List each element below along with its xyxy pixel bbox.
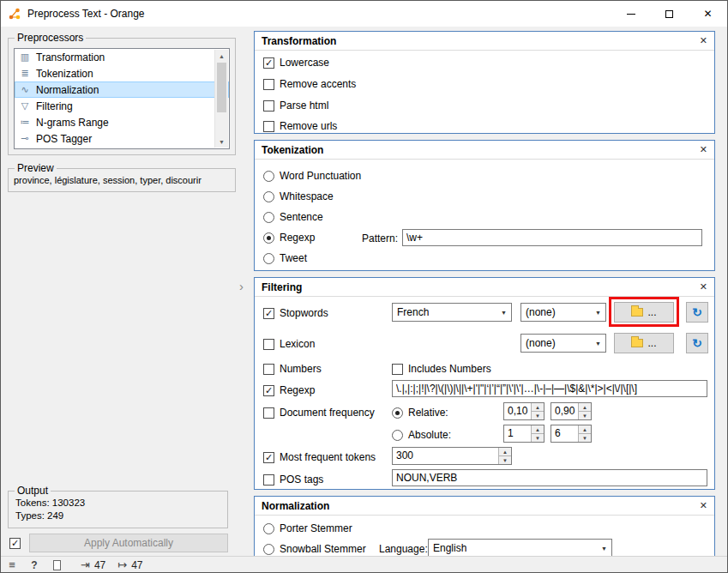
spin-up-button[interactable] (499, 448, 511, 455)
lowercase-option[interactable]: Lowercase (263, 55, 329, 70)
tweet-radio[interactable] (263, 253, 274, 264)
pos-tags-option[interactable]: POS tags (263, 472, 323, 487)
pos-tags-checkbox[interactable] (263, 474, 274, 486)
porter-stemmer-option[interactable]: Porter Stemmer (263, 521, 352, 536)
scrollbar-up-arrow[interactable]: ▲ (215, 50, 228, 62)
remove-urls-checkbox[interactable] (263, 121, 274, 132)
relative-min-spinbox[interactable]: 0,10 (503, 402, 544, 420)
normalization-close-icon[interactable]: ✕ (700, 500, 707, 511)
lexicon-browse-button[interactable]: ... (614, 333, 674, 353)
includes-numbers-checkbox[interactable] (392, 364, 403, 375)
spin-down-button[interactable] (532, 411, 544, 419)
folder-icon (631, 308, 643, 317)
spin-down-button[interactable] (532, 433, 544, 442)
splitter-handle[interactable]: › (239, 279, 244, 293)
regexp-option[interactable]: Regexp (263, 230, 315, 245)
lexicon-option[interactable]: Lexicon (263, 336, 315, 352)
output-count: 47 (131, 559, 142, 571)
tokenization-close-icon[interactable]: ✕ (700, 144, 707, 155)
stopwords-language-select[interactable]: French (392, 303, 512, 322)
spin-down-button[interactable] (499, 455, 511, 464)
preprocessor-item-ngrams-range[interactable]: ≔ N-grams Range (15, 114, 229, 130)
document-frequency-checkbox[interactable] (263, 407, 274, 419)
close-button[interactable]: ✕ (689, 1, 727, 27)
includes-numbers-label: Includes Numbers (408, 363, 491, 375)
absolute-option[interactable]: Absolute: (392, 427, 451, 443)
filtering-close-icon[interactable]: ✕ (700, 281, 707, 293)
relative-option[interactable]: Relative: (392, 405, 448, 420)
remove-urls-option[interactable]: Remove urls (263, 118, 337, 134)
help-icon[interactable]: ? (23, 559, 45, 571)
tweet-option[interactable]: Tweet (263, 250, 307, 266)
numbers-option[interactable]: Numbers (263, 361, 322, 377)
scrollbar-thumb[interactable] (217, 63, 226, 112)
regexp-filter-option[interactable]: Regexp (263, 383, 315, 398)
preprocessor-item-tokenization[interactable]: ≣ Tokenization (15, 65, 229, 81)
spin-down-button[interactable] (579, 411, 591, 419)
regexp-filter-input[interactable] (392, 380, 707, 397)
word-punctuation-radio[interactable] (263, 171, 274, 182)
regexp-filter-checkbox[interactable] (263, 385, 274, 396)
absolute-radio[interactable] (392, 430, 403, 441)
preprocessor-item-transformation[interactable]: ▥ Transformation (15, 49, 229, 65)
preprocessor-item-pos-tagger[interactable]: ⊸ POS Tagger (15, 130, 229, 147)
regexp-label: Regexp (280, 232, 315, 244)
spin-up-button[interactable] (579, 403, 591, 411)
document-frequency-option[interactable]: Document frequency (263, 405, 375, 420)
parse-html-checkbox[interactable] (263, 100, 274, 112)
maximize-button[interactable] (650, 1, 689, 27)
most-frequent-tokens-spinbox[interactable]: 300 (392, 447, 512, 465)
sentence-radio[interactable] (263, 212, 274, 223)
stopwords-checkbox[interactable] (263, 308, 274, 319)
whitespace-radio[interactable] (263, 191, 274, 202)
preprocessor-item-normalization[interactable]: ∿ Normalization (15, 81, 229, 98)
regexp-radio[interactable] (263, 232, 274, 244)
transformation-close-icon[interactable]: ✕ (700, 35, 707, 46)
stopwords-option[interactable]: Stopwords (263, 305, 328, 321)
scrollbar-down-arrow[interactable]: ▼ (215, 136, 228, 148)
pattern-input[interactable] (402, 229, 702, 246)
list-scrollbar[interactable]: ▲ ▼ (214, 50, 228, 148)
sentence-option[interactable]: Sentence (263, 209, 323, 225)
spin-up-button[interactable] (532, 403, 544, 411)
apply-automatically-button[interactable]: Apply Automatically (29, 534, 228, 552)
snowball-stemmer-option[interactable]: Snowball Stemmer (263, 541, 366, 557)
stopwords-refresh-button[interactable]: ↻ (686, 302, 708, 323)
most-frequent-tokens-option[interactable]: Most frequent tokens (263, 449, 376, 465)
whitespace-option[interactable]: Whitespace (263, 189, 334, 204)
pos-tags-input[interactable] (392, 469, 707, 486)
snowball-stemmer-radio[interactable] (263, 544, 274, 555)
lexicon-file-select[interactable]: (none) (520, 334, 606, 353)
lexicon-refresh-button[interactable]: ↻ (686, 333, 708, 353)
filtering-section: Filtering ✕ Stopwords French (none) ... … (254, 277, 715, 490)
word-punctuation-option[interactable]: Word Punctuation (263, 168, 361, 184)
spin-up-button[interactable] (532, 425, 544, 433)
stopwords-browse-button[interactable]: ... (614, 302, 674, 323)
minimize-button[interactable] (611, 1, 650, 27)
lowercase-checkbox[interactable] (263, 57, 274, 69)
porter-stemmer-radio[interactable] (263, 523, 274, 534)
language-select[interactable]: English (428, 539, 612, 558)
output-group-title: Output (15, 485, 51, 497)
spin-up-button[interactable] (579, 425, 591, 433)
includes-numbers-option[interactable]: Includes Numbers (392, 361, 491, 377)
absolute-max-spinbox[interactable]: 6 (551, 425, 592, 443)
relative-max-spinbox[interactable]: 0,90 (551, 402, 592, 420)
report-icon[interactable] (53, 560, 61, 570)
menu-icon[interactable]: ≡ (1, 558, 23, 571)
preprocessor-item-filtering[interactable]: ▽ Filtering (15, 98, 229, 114)
parse-html-option[interactable]: Parse html (263, 98, 328, 113)
remove-accents-option[interactable]: Remove accents (263, 76, 356, 92)
spin-down-button[interactable] (579, 433, 591, 442)
most-frequent-tokens-checkbox[interactable] (263, 452, 274, 463)
language-label: Language: (379, 543, 428, 555)
tokenization-icon: ≣ (19, 68, 31, 79)
relative-min-value: 0,10 (504, 403, 531, 419)
absolute-min-spinbox[interactable]: 1 (503, 425, 544, 443)
apply-automatically-checkbox[interactable] (9, 538, 21, 549)
lexicon-checkbox[interactable] (263, 339, 274, 350)
relative-radio[interactable] (392, 407, 403, 419)
numbers-checkbox[interactable] (263, 364, 274, 375)
stopwords-file-select[interactable]: (none) (520, 303, 606, 322)
remove-accents-checkbox[interactable] (263, 79, 274, 90)
